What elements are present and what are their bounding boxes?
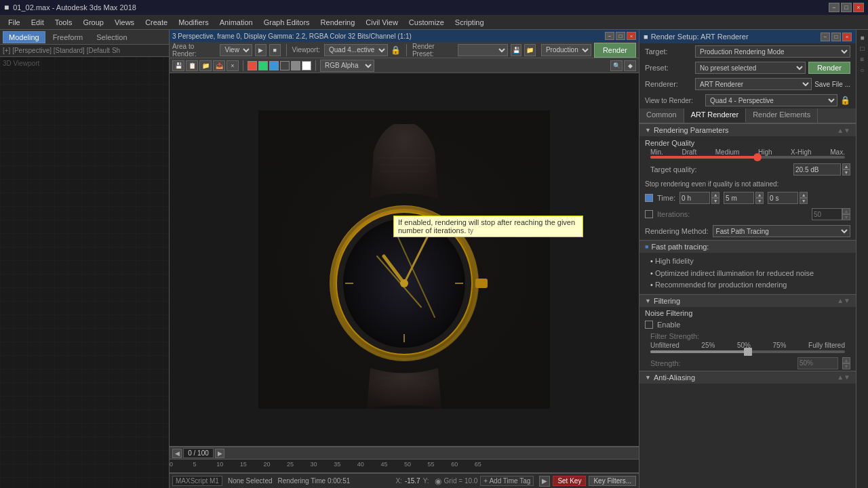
rs-time-s-input[interactable] bbox=[768, 192, 798, 204]
rs-noise-filter-slider[interactable] bbox=[639, 349, 856, 356]
menu-group[interactable]: Group bbox=[77, 17, 109, 28]
preset-open-btn[interactable]: 📁 bbox=[524, 44, 536, 56]
rs-lock-icon[interactable]: 🔒 bbox=[840, 96, 850, 105]
rs-icon-2[interactable]: □ bbox=[858, 43, 867, 53]
rs-filtering-header[interactable]: ▼ Filtering ▲▼ bbox=[639, 294, 856, 307]
tab-freeform[interactable]: Freeform bbox=[47, 31, 90, 43]
rs-view-dropdown[interactable]: Quad 4 - Perspective bbox=[705, 94, 837, 106]
viewport-lock-icon[interactable]: 🔒 bbox=[391, 45, 401, 55]
rs-target-quality-input[interactable] bbox=[793, 163, 841, 176]
rs-strength-up[interactable]: ▲ bbox=[842, 357, 850, 363]
coord-icon[interactable]: ◉ bbox=[435, 476, 441, 486]
menu-edit[interactable]: Edit bbox=[26, 17, 50, 28]
menu-tools[interactable]: Tools bbox=[50, 17, 78, 28]
rs-minimize-btn[interactable]: − bbox=[821, 33, 830, 41]
timeline-track[interactable]: 0 5 10 15 20 25 30 35 40 45 50 55 60 65 bbox=[170, 460, 639, 473]
rs-iter-down[interactable]: ▼ bbox=[842, 214, 850, 220]
color-mono[interactable] bbox=[291, 61, 300, 70]
key-filters-btn[interactable]: Key Filters... bbox=[589, 476, 636, 486]
area-crop-btn[interactable]: ■ bbox=[269, 44, 281, 56]
rs-iter-up[interactable]: ▲ bbox=[842, 208, 850, 214]
render-win-minimize[interactable]: − bbox=[605, 32, 614, 40]
rs-time-s-up[interactable]: ▲ bbox=[800, 192, 808, 198]
rs-quality-up[interactable]: ▲ bbox=[842, 163, 850, 169]
menu-civil-view[interactable]: Civil View bbox=[360, 17, 403, 28]
rs-time-h-up[interactable]: ▲ bbox=[711, 192, 719, 198]
rs-strength-down[interactable]: ▼ bbox=[842, 363, 850, 369]
load-render-btn[interactable]: 📁 bbox=[199, 60, 212, 71]
color-blue[interactable] bbox=[269, 61, 279, 70]
rs-tab-render-elements[interactable]: Render Elements bbox=[746, 108, 818, 123]
menu-customize[interactable]: Customize bbox=[403, 17, 450, 28]
rs-quality-slider[interactable] bbox=[639, 156, 856, 161]
set-key-btn[interactable]: Set Key bbox=[553, 476, 586, 486]
rs-icon-4[interactable]: ○ bbox=[858, 65, 867, 75]
rs-icon-1[interactable]: ■ bbox=[858, 33, 867, 42]
rs-maximize-btn[interactable]: □ bbox=[831, 33, 841, 41]
rs-tab-common[interactable]: Common bbox=[639, 108, 684, 123]
tl-back-btn[interactable]: ◀ bbox=[172, 449, 182, 458]
save-render-btn[interactable]: 💾 bbox=[172, 60, 184, 71]
add-time-tag-btn[interactable]: + Add Time Tag bbox=[480, 476, 534, 486]
rs-tab-art-renderer[interactable]: ART Renderer bbox=[684, 108, 747, 123]
rs-enable-noise-checkbox[interactable] bbox=[645, 321, 653, 329]
play-btn[interactable]: ▶ bbox=[539, 476, 550, 487]
area-pick-btn[interactable]: ▶ bbox=[255, 44, 267, 56]
render-button[interactable]: Render bbox=[594, 43, 636, 58]
rs-render-button[interactable]: Render bbox=[808, 62, 850, 74]
rs-time-s-down[interactable]: ▼ bbox=[800, 198, 808, 204]
render-preset-dropdown[interactable] bbox=[458, 44, 507, 56]
rs-time-h-input[interactable] bbox=[679, 192, 710, 204]
rs-iterations-input[interactable] bbox=[812, 208, 842, 220]
rs-time-checkbox[interactable] bbox=[645, 194, 653, 202]
rs-time-m-up[interactable]: ▲ bbox=[755, 192, 764, 198]
color-green[interactable] bbox=[258, 61, 268, 70]
rs-time-m-input[interactable] bbox=[724, 192, 754, 204]
rs-time-h-down[interactable]: ▼ bbox=[711, 198, 719, 204]
rs-close-btn[interactable]: × bbox=[842, 33, 852, 41]
menu-modifiers[interactable]: Modifiers bbox=[173, 17, 214, 28]
rs-icon-3[interactable]: ≡ bbox=[858, 54, 867, 64]
menu-views[interactable]: Views bbox=[109, 17, 140, 28]
viewport-dropdown[interactable]: Quad 4...ective bbox=[324, 44, 388, 56]
rs-rendering-params-header[interactable]: ▼ Rendering Parameters ▲▼ bbox=[639, 123, 856, 136]
minimize-btn[interactable]: − bbox=[829, 3, 840, 12]
tab-selection[interactable]: Selection bbox=[90, 31, 133, 43]
rs-antialiasing-header[interactable]: ▼ Anti-Aliasing ▲▼ bbox=[639, 371, 856, 384]
rs-rendering-method-dropdown[interactable]: Fast Path Tracing bbox=[713, 225, 850, 237]
channel-dropdown[interactable]: RGB Alpha bbox=[320, 60, 374, 72]
menu-file[interactable]: File bbox=[3, 17, 26, 28]
rs-save-file[interactable]: Save File ... bbox=[814, 81, 850, 88]
render-win-maximize[interactable]: □ bbox=[616, 32, 625, 40]
menu-create[interactable]: Create bbox=[140, 17, 173, 28]
render-mode-dropdown[interactable]: Production bbox=[541, 44, 591, 56]
copy-render-btn[interactable]: 📋 bbox=[186, 60, 198, 71]
zoom-btn[interactable]: 🔍 bbox=[610, 60, 623, 71]
tab-modeling[interactable]: Modeling bbox=[3, 31, 45, 43]
menu-rendering[interactable]: Rendering bbox=[315, 17, 361, 28]
rs-quality-down[interactable]: ▼ bbox=[842, 169, 850, 176]
rs-preset-dropdown[interactable]: No preset selected bbox=[695, 62, 806, 74]
close-btn[interactable]: × bbox=[853, 3, 864, 12]
window-controls[interactable]: − □ × bbox=[829, 3, 864, 12]
tl-forward-btn[interactable]: ▶ bbox=[215, 449, 224, 458]
rs-iterations-checkbox[interactable] bbox=[645, 210, 653, 218]
rs-strength-input[interactable] bbox=[797, 357, 838, 369]
area-to-render-dropdown[interactable]: View bbox=[220, 44, 252, 56]
menu-scripting[interactable]: Scripting bbox=[450, 17, 490, 28]
rs-target-dropdown[interactable]: Production Rendering Mode bbox=[695, 45, 850, 58]
maximize-btn[interactable]: □ bbox=[841, 3, 852, 12]
color-red[interactable] bbox=[248, 61, 257, 70]
save-copy-btn[interactable]: 📤 bbox=[213, 60, 225, 71]
menu-graph-editors[interactable]: Graph Editors bbox=[258, 17, 315, 28]
menu-animation[interactable]: Animation bbox=[214, 17, 258, 28]
render-win-close[interactable]: × bbox=[627, 32, 636, 40]
color-white[interactable] bbox=[302, 61, 311, 70]
toggle-btn[interactable]: ◆ bbox=[624, 60, 636, 71]
close-render-btn[interactable]: × bbox=[226, 60, 239, 71]
rs-fast-path-header[interactable]: ■ Fast path tracing: bbox=[639, 240, 856, 253]
color-alpha[interactable] bbox=[280, 61, 290, 70]
preset-save-btn[interactable]: 💾 bbox=[511, 44, 522, 56]
rs-time-m-down[interactable]: ▼ bbox=[755, 198, 764, 204]
rs-renderer-dropdown[interactable]: ART Renderer bbox=[695, 78, 812, 90]
